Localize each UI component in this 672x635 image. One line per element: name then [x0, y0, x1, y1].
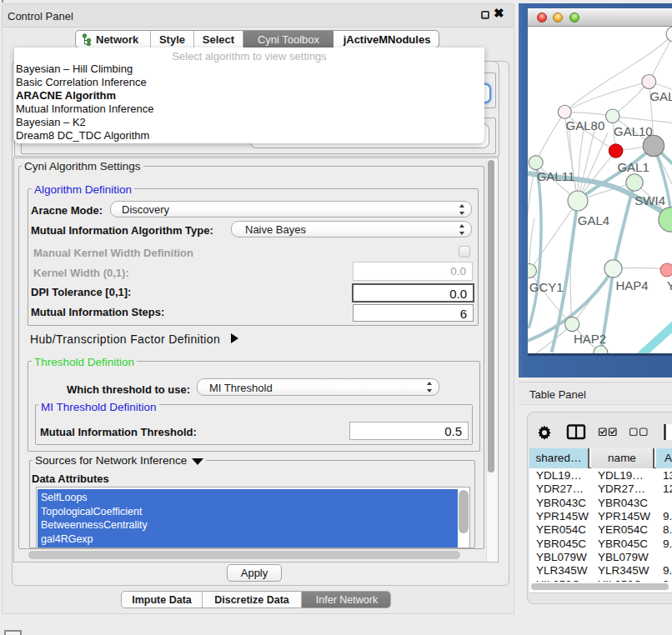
svg-text:Y: Y — [667, 278, 672, 292]
svg-text:GAL10: GAL10 — [614, 124, 653, 138]
svg-text:HAP4: HAP4 — [616, 278, 649, 292]
svg-text:GAL4: GAL4 — [578, 213, 609, 228]
svg-text:GAL80: GAL80 — [566, 118, 605, 132]
svg-text:GCY1: GCY1 — [529, 280, 564, 294]
svg-text:GAL11: GAL11 — [537, 169, 575, 183]
svg-text:HAP2: HAP2 — [574, 332, 606, 346]
svg-text:GAL1: GAL1 — [617, 160, 649, 174]
svg-text:SWI4: SWI4 — [634, 193, 665, 208]
svg-text:GAL7: GAL7 — [649, 89, 672, 103]
